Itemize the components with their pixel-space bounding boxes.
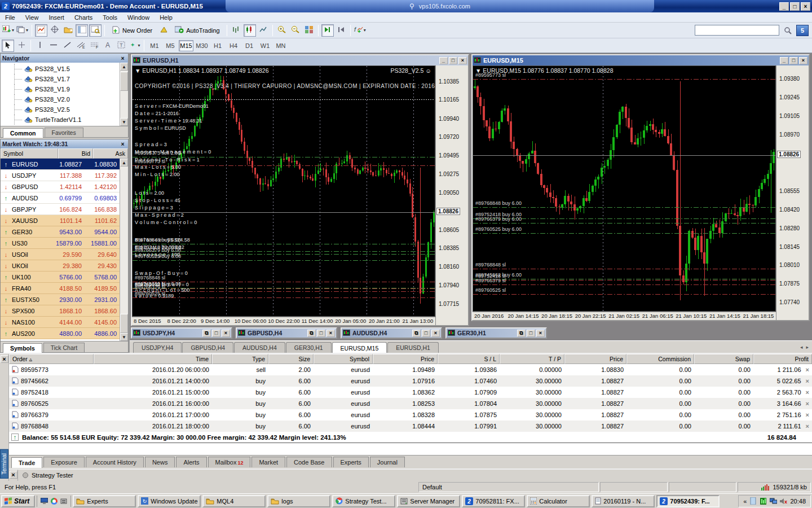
chart-window-titlebar[interactable]: EURUSD,H1_□× (132, 55, 468, 65)
terminal-tab-trade[interactable]: Trade (11, 457, 42, 468)
scroll-up-icon[interactable]: ▲ (120, 159, 128, 167)
iis-manager-icon[interactable] (60, 497, 67, 505)
close-order-icon[interactable]: × (806, 400, 809, 407)
market-watch-row-eurusd[interactable]: ↑EURUSD1.088271.08830 (1, 159, 120, 170)
minimized-window-ger30-h1[interactable]: GER30,H1⧉□× (445, 327, 547, 339)
market-watch-row-usdjpy[interactable]: ↓USDJPY117.388117.392 (1, 170, 120, 181)
community-button[interactable]: 5 (796, 25, 809, 36)
tile-windows-button[interactable] (303, 24, 315, 37)
period-mn[interactable]: MN (273, 40, 288, 51)
orders-column-symbol[interactable]: Symbol (314, 354, 373, 364)
auto-scroll-button[interactable] (321, 24, 334, 37)
start-button[interactable]: Start (1, 495, 35, 507)
orders-column-order[interactable]: Order ▵ (9, 354, 94, 364)
close-order-icon[interactable]: × (806, 389, 809, 396)
market-watch-row-aus200[interactable]: ↑AUS2004880.004886.00 (1, 328, 120, 339)
close-order-icon[interactable]: × (806, 366, 809, 373)
tick-chart-button[interactable] (35, 24, 47, 37)
chart-tab-gbpusd-h4[interactable]: GBPUSD,H4 (182, 342, 233, 353)
crosshair-tool-button[interactable] (15, 40, 28, 52)
chart-tab-audusd-h4[interactable]: AUDUSD,H4 (234, 342, 285, 353)
terminal-tab-news[interactable]: News (145, 457, 175, 467)
minimized-window-audusd-h4[interactable]: AUDUSD,H4⧉□× (341, 327, 442, 339)
period-h4[interactable]: H4 (226, 40, 241, 51)
navigator-item-ps328_v1.5[interactable]: PS328_V1.5 (1, 64, 120, 74)
tray-chart-icon[interactable] (760, 497, 767, 505)
chart-plot[interactable]: #89595773 sl#89768848 buy 6.00#89752418 … (473, 65, 776, 312)
menu-file[interactable]: File (0, 13, 20, 22)
terminal-close-icon[interactable]: × (1, 355, 8, 363)
orders-column-sl[interactable]: S / L (438, 354, 500, 364)
task-button-strategy-test-[interactable]: Strategy Test... (332, 495, 395, 507)
menu-window[interactable]: Window (122, 13, 155, 22)
close-order-icon[interactable]: × (806, 378, 809, 384)
chart-maximize-button[interactable]: □ (789, 57, 798, 64)
close-button[interactable]: × (431, 330, 440, 337)
market-watch-scrollbar[interactable]: ▲ ▼ (120, 159, 128, 341)
volume-muted-icon[interactable]: x (780, 497, 787, 505)
navigator-tab-common[interactable]: Common (3, 128, 43, 138)
maximize-button[interactable]: □ (212, 330, 220, 337)
new-order-button[interactable]: +New Order (108, 24, 156, 37)
orders-column-size[interactable]: Size (268, 354, 314, 364)
chart-shift-button[interactable] (335, 24, 347, 37)
chart-tab-usdjpy-h4[interactable]: USDJPY,H4 (133, 342, 182, 353)
crosshair-target-button[interactable] (48, 24, 61, 37)
period-m15[interactable]: M15 (179, 40, 193, 51)
candlestick-mode-button[interactable] (244, 24, 256, 37)
period-d1[interactable]: D1 (242, 40, 257, 51)
restore-button[interactable]: ⧉ (517, 330, 526, 337)
terminal-tab-alerts[interactable]: Alerts (176, 457, 206, 467)
market-watch-tab-tick-chart[interactable]: Tick Chart (43, 343, 85, 352)
chart-minimize-button[interactable]: _ (439, 57, 448, 64)
menu-charts[interactable]: Charts (69, 13, 98, 22)
period-w1[interactable]: W1 (258, 40, 272, 51)
orders-column-tp[interactable]: T / P (500, 354, 564, 364)
cursor-tool-button[interactable] (2, 40, 14, 52)
menu-help[interactable]: Help (155, 13, 178, 22)
market-watch-column-bid[interactable]: Bid (58, 148, 93, 159)
chart-tab-eurusd-h1[interactable]: EURUSD,H1 (387, 342, 439, 353)
orders-column-time[interactable]: Time (94, 354, 212, 364)
expert-advisors-button[interactable] (157, 24, 170, 37)
close-order-icon[interactable]: × (806, 411, 809, 418)
order-row-89760525[interactable]: 897605252016.01.21 16:00:00buy6.00eurusd… (9, 398, 812, 409)
arrows-tool[interactable]: ✦▾ (129, 40, 141, 52)
navigator-tab-favorites[interactable]: Favorites (45, 128, 83, 137)
chart-tab-ger30-h1[interactable]: GER30,H1 (286, 342, 332, 353)
tab-scroll-right-icon[interactable]: ▸ (806, 344, 809, 350)
vertical-line-tool[interactable] (34, 40, 46, 52)
task-button-logs[interactable]: logs (267, 495, 330, 507)
task-button-70952811-fx-[interactable]: 270952811: FX... (462, 495, 525, 507)
fibonacci-tool[interactable]: F (88, 40, 100, 52)
data-window-button[interactable] (89, 24, 102, 37)
period-h1[interactable]: H1 (210, 40, 225, 51)
text-tool[interactable]: A (102, 40, 114, 52)
terminal-tab-code-base[interactable]: Code Base (286, 457, 332, 467)
maximize-button[interactable]: □ (317, 330, 325, 337)
zoom-in-button[interactable] (276, 24, 288, 37)
orders-column-type[interactable]: Type (212, 354, 268, 364)
market-watch-row-us30[interactable]: ↑US3015879.0015881.00 (1, 238, 120, 249)
market-watch-row-ger30[interactable]: ↑GER309543.009544.00 (1, 226, 120, 238)
market-watch-row-gbpusd[interactable]: ↓GBPUSD1.421141.42120 (1, 181, 120, 192)
equidistant-channel-tool[interactable]: E (74, 40, 87, 52)
market-watch-row-spx500[interactable]: ↓SPX5001868.101868.60 (1, 305, 120, 317)
navigator-item-ps328_v1.7[interactable]: PS328_V1.7 (1, 74, 120, 84)
chart-profiles-button[interactable]: ▾ (16, 24, 29, 37)
task-button-experts[interactable]: Experts (73, 495, 136, 507)
search-icon[interactable] (782, 24, 794, 37)
menu-view[interactable]: View (20, 13, 44, 22)
period-m1[interactable]: M1 (147, 40, 162, 51)
terminal-tab-experts[interactable]: Experts (333, 457, 369, 467)
market-watch-column-ask[interactable]: Ask (93, 148, 128, 159)
period-m30[interactable]: M30 (195, 40, 209, 51)
tester-close-icon[interactable]: × (10, 471, 17, 479)
restore-button[interactable]: ⧉ (202, 330, 211, 337)
period-m5[interactable]: M5 (163, 40, 178, 51)
navigator-close-icon[interactable]: × (119, 55, 126, 62)
market-watch-row-nas100[interactable]: ↓NAS1004144.004145.00 (1, 317, 120, 328)
market-watch-column-symbol[interactable]: Symbol (1, 148, 58, 159)
status-profile[interactable]: Default (418, 482, 599, 492)
chart-window-titlebar[interactable]: EURUSD,M15_□× (473, 55, 809, 65)
